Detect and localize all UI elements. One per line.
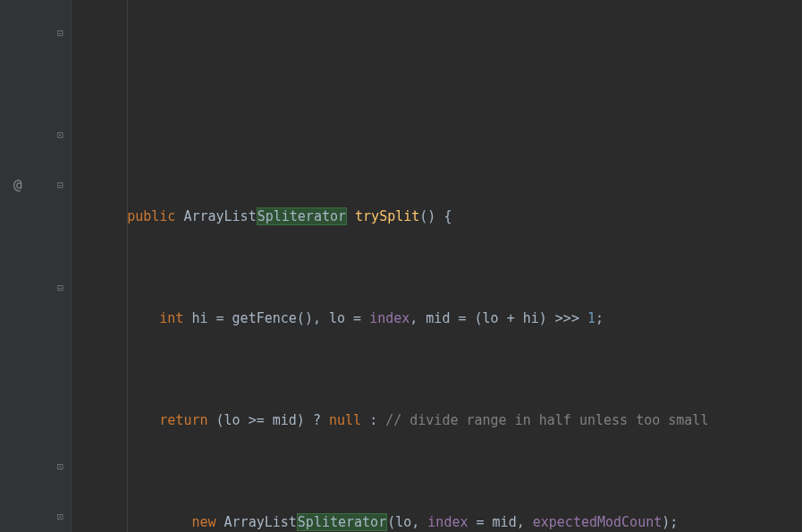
code-line: return (lo >= mid) ? null : // divide ra… [79,408,708,434]
code-line: new ArrayListSpliterator(lo, index = mid… [79,510,708,532]
code-line: int hi = getFence(), lo = index, mid = (… [79,306,708,332]
fold-icon[interactable]: ⊟ [57,27,63,39]
fold-icon[interactable]: ⊟ [57,282,63,294]
code-line [79,102,708,128]
fold-icon[interactable]: ⊟ [57,179,63,191]
fold-close-icon[interactable]: ⊡ [57,511,63,523]
code-line: public ArrayListSpliterator trySplit() { [79,204,708,230]
annotation-icon: @ [13,176,22,193]
fold-close-icon[interactable]: ⊡ [57,460,63,473]
code-editor[interactable]: public ArrayListSpliterator trySplit() {… [72,0,708,532]
editor-gutter: ⊟ ⊡ @ ⊟ ⊟ ⊡ ⊡ [0,0,72,532]
fold-close-icon[interactable]: ⊡ [57,129,63,141]
